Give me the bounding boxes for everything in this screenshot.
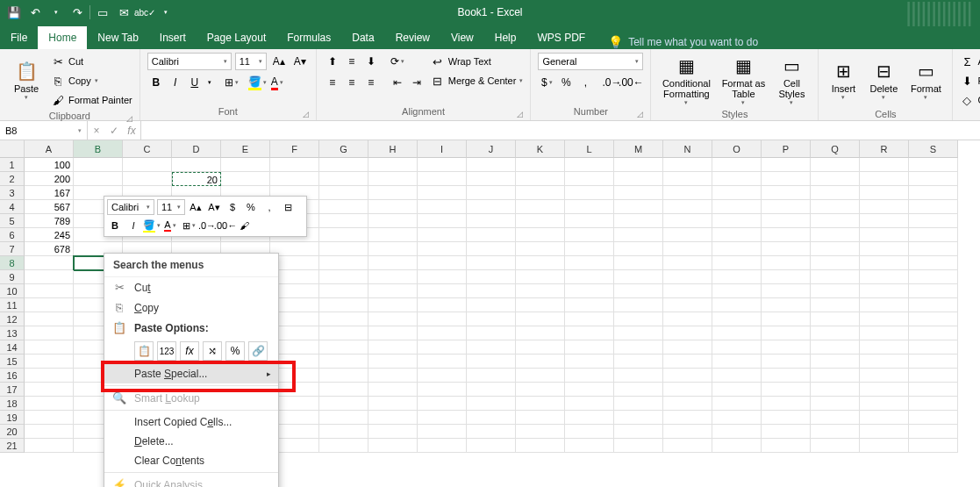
cell[interactable] [909,158,958,172]
row-header[interactable]: 14 [0,340,25,355]
cell[interactable] [614,326,663,340]
cell[interactable] [762,228,811,242]
fill-color-button[interactable]: 🪣 [249,74,267,91]
cell[interactable]: 20 [172,172,221,186]
cell[interactable] [614,312,663,326]
cell[interactable] [565,214,614,228]
cell[interactable] [516,214,565,228]
cell[interactable] [909,355,958,369]
paste-button[interactable]: 📋 Paste ▾ [7,53,46,107]
cell[interactable] [663,158,712,172]
column-header[interactable]: C [123,140,172,158]
cell[interactable] [663,270,712,284]
cell[interactable] [319,158,368,172]
cell[interactable] [565,411,614,425]
column-header[interactable]: N [663,140,712,158]
increase-indent-icon[interactable]: ⇥ [408,74,426,91]
cell[interactable] [565,369,614,383]
cell[interactable] [368,256,418,270]
align-bottom-icon[interactable]: ⬇ [362,53,380,70]
cell-styles-button[interactable]: ▭Cell Styles▾ [772,53,811,107]
cell[interactable] [368,439,418,453]
cell[interactable] [712,411,762,425]
cell[interactable] [860,425,909,439]
cell[interactable] [565,270,614,284]
column-header[interactable]: E [221,140,270,158]
row-header[interactable]: 4 [0,200,25,214]
cell[interactable] [614,158,663,172]
menu-clear-contents[interactable]: Clear Contents [104,451,278,470]
cell[interactable] [418,312,467,326]
cell[interactable] [909,411,958,425]
cell[interactable] [516,172,565,186]
cell[interactable] [860,411,909,425]
cell[interactable] [860,270,909,284]
cell[interactable] [319,340,368,355]
menu-search[interactable]: Search the menus [104,254,278,277]
cell[interactable] [762,270,811,284]
row-header[interactable]: 18 [0,397,25,411]
cell[interactable] [123,158,172,172]
cell[interactable] [909,397,958,411]
cell[interactable] [811,411,860,425]
column-header[interactable]: I [418,140,467,158]
cell[interactable] [565,383,614,397]
underline-dropdown[interactable]: ▾ [205,74,214,91]
tab-insert[interactable]: Insert [149,26,197,49]
font-name-combo[interactable]: Calibri▾ [147,53,232,70]
menu-delete[interactable]: Delete... [104,432,278,451]
cell[interactable] [467,355,516,369]
cell[interactable] [516,383,565,397]
cell[interactable] [368,270,418,284]
cell[interactable] [614,186,663,200]
autosum-button[interactable]: ΣAutoSum ▾ [960,53,980,70]
qat-customize-icon[interactable]: ▾ [157,4,175,21]
cell[interactable] [25,326,74,340]
cell[interactable] [762,439,811,453]
cell[interactable] [368,242,418,256]
cell[interactable] [909,228,958,242]
cell[interactable] [123,172,172,186]
cell[interactable] [368,340,418,355]
cell[interactable] [25,369,74,383]
bold-button[interactable]: B [147,74,165,91]
cell[interactable] [860,158,909,172]
cell[interactable] [712,355,762,369]
cell[interactable] [614,397,663,411]
cell[interactable] [663,340,712,355]
cell[interactable] [565,256,614,270]
column-header[interactable]: F [270,140,319,158]
cell[interactable] [418,326,467,340]
cell[interactable] [368,355,418,369]
cell[interactable] [762,312,811,326]
cell[interactable] [368,172,418,186]
email-icon[interactable]: ✉ [115,4,132,21]
cell[interactable] [418,242,467,256]
cell[interactable] [172,158,221,172]
cell[interactable] [368,369,418,383]
paste-transpose-icon[interactable]: ⤭ [203,341,222,361]
copy-button[interactable]: ⎘Copy ▾ [51,72,132,90]
cell[interactable] [418,411,467,425]
cell[interactable] [270,158,319,172]
cell[interactable] [25,397,74,411]
column-header[interactable]: Q [811,140,860,158]
cell[interactable] [516,228,565,242]
cell[interactable] [467,397,516,411]
cell[interactable] [25,284,74,298]
cell[interactable] [467,214,516,228]
cell[interactable] [663,312,712,326]
tab-review[interactable]: Review [385,26,440,49]
cell[interactable] [762,340,811,355]
cell[interactable] [516,284,565,298]
cell[interactable] [319,186,368,200]
column-header[interactable]: S [909,140,958,158]
cell[interactable] [516,270,565,284]
cell[interactable] [565,439,614,453]
cell[interactable] [467,270,516,284]
row-header[interactable]: 21 [0,439,25,453]
mini-font-combo[interactable]: Calibri▾ [107,199,154,215]
redo-icon[interactable]: ↷ [68,4,86,21]
cell[interactable] [418,397,467,411]
spelling-icon[interactable]: abc✓ [136,4,154,21]
